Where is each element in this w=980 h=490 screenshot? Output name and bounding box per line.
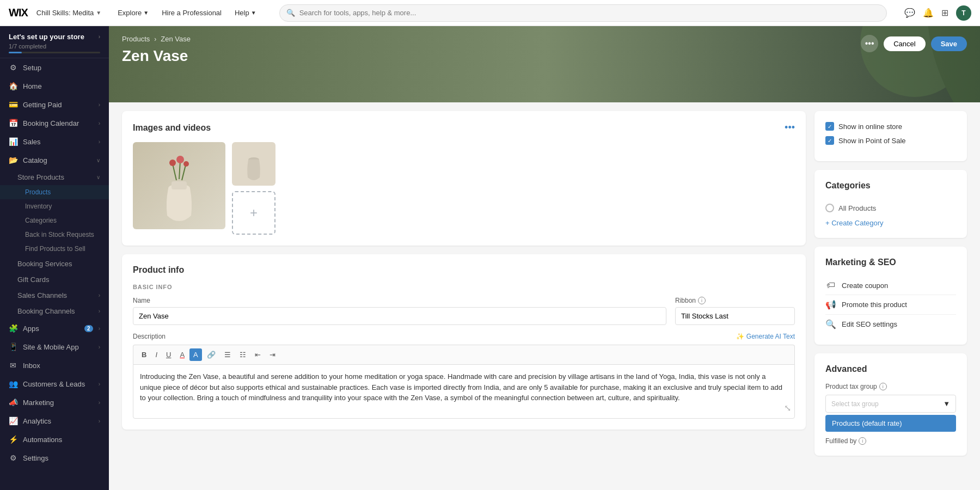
- breadcrumb-parent[interactable]: Products: [122, 35, 150, 43]
- sidebar-item-site-mobile-app[interactable]: 📱 Site & Mobile App ›: [0, 338, 109, 356]
- sidebar-leaf-label: Find Products to Sell: [25, 245, 85, 253]
- hire-professional-link[interactable]: Hire a Professional: [156, 5, 227, 20]
- breadcrumb: Products › Zen Vase: [122, 35, 967, 43]
- images-side: +: [232, 142, 275, 235]
- all-products-category: All Products: [825, 199, 956, 217]
- sidebar-leaf-products[interactable]: Products: [0, 185, 109, 199]
- bell-icon[interactable]: 🔔: [923, 8, 934, 18]
- apps-badge: 2: [84, 325, 93, 332]
- sidebar-leaf-label: Back in Stock Requests: [25, 231, 94, 238]
- images-more-button[interactable]: •••: [785, 122, 795, 133]
- product-thumbnail-1[interactable]: [232, 142, 275, 186]
- create-category-button[interactable]: + Create Category: [825, 219, 956, 227]
- chat-icon[interactable]: 💬: [904, 8, 915, 18]
- help-link[interactable]: Help ▼: [229, 5, 262, 20]
- sidebar-item-inbox[interactable]: ✉ Inbox: [0, 356, 109, 375]
- sidebar-item-apps[interactable]: 🧩 Apps 2 ›: [0, 319, 109, 338]
- sidebar-item-settings[interactable]: ⚙ Settings: [0, 449, 109, 467]
- promote-product-item[interactable]: 📢 Promote this product: [825, 295, 956, 315]
- name-input[interactable]: [133, 307, 666, 325]
- advanced-card: Advanced Product tax group i Select tax …: [814, 353, 967, 456]
- sidebar-subitem-store-products[interactable]: Store Products ∨: [0, 169, 109, 185]
- sidebar-item-customers-leads[interactable]: 👥 Customers & Leads ›: [0, 375, 109, 393]
- show-online-store-row: ✓ Show in online store: [825, 122, 956, 131]
- description-editor[interactable]: Introducing the Zen Vase, a beautiful an…: [133, 364, 795, 419]
- indent-left-button[interactable]: ⇤: [251, 348, 265, 361]
- images-card: Images and videos •••: [122, 111, 806, 246]
- sidebar-leaf-find-products[interactable]: Find Products to Sell: [0, 242, 109, 256]
- svg-point-4: [176, 156, 184, 163]
- edit-seo-item[interactable]: 🔍 Edit SEO settings: [825, 315, 956, 334]
- main-product-image[interactable]: [133, 142, 225, 229]
- all-products-radio[interactable]: [825, 204, 834, 212]
- tax-group-selected[interactable]: Products (default rate): [825, 415, 956, 432]
- name-field-group: Name: [133, 297, 666, 325]
- add-icon: +: [250, 205, 258, 220]
- expand-icon[interactable]: ⤡: [784, 402, 791, 415]
- add-image-button[interactable]: +: [232, 191, 275, 235]
- link-button[interactable]: 🔗: [203, 348, 219, 361]
- sidebar-item-marketing[interactable]: 📣 Marketing ›: [0, 393, 109, 412]
- sidebar-item-getting-paid[interactable]: 💳 Getting Paid ›: [0, 95, 109, 114]
- sidebar-label: Store Products: [17, 173, 96, 181]
- sidebar-leaf-categories[interactable]: Categories: [0, 213, 109, 228]
- site-chevron-icon: ▼: [96, 10, 101, 16]
- site-name: Chill Skills: Medita: [36, 9, 94, 17]
- italic-button[interactable]: I: [151, 348, 161, 361]
- chevron-right-icon: ›: [99, 400, 100, 406]
- hero-content: Products › Zen Vase Zen Vase: [109, 26, 980, 74]
- sidebar-subitem-booking-services[interactable]: Booking Services: [0, 256, 109, 272]
- generate-ai-button[interactable]: ✨ Generate AI Text: [736, 333, 795, 340]
- ribbon-input[interactable]: [675, 307, 795, 325]
- mobile-app-icon: 📱: [9, 342, 17, 351]
- product-info-card: Product info BASIC INFO Name Ribbon i: [122, 254, 806, 430]
- bullet-list-button[interactable]: ☰: [220, 348, 235, 361]
- search-bar[interactable]: 🔍: [279, 4, 887, 22]
- settings-icon: ⚙: [9, 454, 17, 462]
- promote-icon: 📢: [825, 299, 836, 310]
- show-online-store-checkbox[interactable]: ✓: [825, 122, 834, 131]
- show-pos-label: Show in Point of Sale: [838, 137, 906, 145]
- sidebar-item-booking-calendar[interactable]: 📅 Booking Calendar ›: [0, 114, 109, 132]
- description-label: Description: [133, 333, 166, 340]
- tax-info-icon: i: [879, 383, 887, 390]
- indent-right-button[interactable]: ⇥: [266, 348, 279, 361]
- vase-thumb-illustration: [240, 148, 267, 180]
- user-avatar[interactable]: T: [956, 5, 971, 21]
- site-selector[interactable]: Chill Skills: Medita ▼: [36, 9, 101, 17]
- sidebar-item-catalog[interactable]: 📂 Catalog ∨: [0, 151, 109, 169]
- bold-button[interactable]: B: [138, 348, 150, 361]
- chevron-right-icon: ›: [99, 308, 100, 314]
- sidebar-leaf-inventory[interactable]: Inventory: [0, 199, 109, 213]
- sidebar-item-analytics[interactable]: 📈 Analytics ›: [0, 412, 109, 430]
- numbered-list-button[interactable]: ☷: [236, 348, 250, 361]
- sales-icon: 📊: [9, 137, 17, 146]
- font-color-button[interactable]: A: [176, 348, 188, 361]
- sidebar-item-home[interactable]: 🏠 Home: [0, 77, 109, 95]
- sidebar-leaf-back-in-stock[interactable]: Back in Stock Requests: [0, 228, 109, 242]
- setup-progress-bar: [9, 52, 100, 53]
- visibility-card: ✓ Show in online store ✓ Show in Point o…: [814, 111, 967, 161]
- chevron-down-icon: ∨: [96, 157, 100, 163]
- sidebar-item-setup[interactable]: ⚙ Setup: [0, 58, 109, 77]
- grid-icon[interactable]: ⊞: [941, 8, 948, 18]
- show-pos-checkbox[interactable]: ✓: [825, 136, 834, 145]
- sidebar-item-automations[interactable]: ⚡ Automations: [0, 430, 109, 449]
- highlight-button[interactable]: A: [189, 348, 202, 361]
- search-input[interactable]: [299, 9, 880, 17]
- sidebar-subitem-gift-cards[interactable]: Gift Cards: [0, 272, 109, 287]
- vase-flower-illustration: [152, 148, 206, 224]
- content-area: Products › Zen Vase Zen Vase ••• Cancel …: [109, 26, 980, 490]
- sidebar-item-sales[interactable]: 📊 Sales ›: [0, 132, 109, 151]
- sidebar-subitem-booking-channels[interactable]: Booking Channels ›: [0, 303, 109, 319]
- sidebar-subitem-sales-channels[interactable]: Sales Channels ›: [0, 287, 109, 303]
- analytics-icon: 📈: [9, 416, 17, 425]
- tax-group-dropdown[interactable]: Select tax group ▼: [825, 395, 956, 413]
- create-coupon-item[interactable]: 🏷 Create coupon: [825, 276, 956, 295]
- underline-button[interactable]: U: [162, 348, 175, 361]
- promote-product-label: Promote this product: [842, 301, 907, 309]
- fulfilled-by-label: Fulfilled by i: [825, 437, 956, 445]
- customers-icon: 👥: [9, 379, 17, 388]
- sidebar-leaf-label: Categories: [25, 217, 57, 224]
- explore-link[interactable]: Explore ▼: [112, 5, 154, 20]
